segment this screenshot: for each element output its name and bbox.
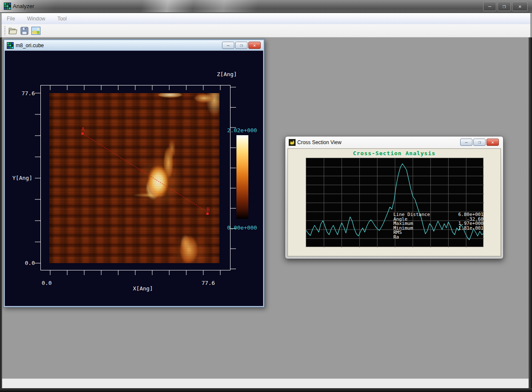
svg-text:A: A — [81, 126, 85, 132]
toolbar-grip[interactable] — [4, 26, 6, 35]
export-image-button[interactable] — [31, 26, 41, 36]
image-window-close-button[interactable]: ✕ — [248, 42, 261, 49]
menubar: File Window Tool — [2, 13, 530, 24]
y-axis-title: Y[Ang] — [12, 175, 32, 181]
toolbar — [2, 24, 530, 37]
window-frame-left — [0, 37, 2, 388]
cross-section-title: Cross Section View — [297, 139, 341, 145]
cross-section-maximize-button[interactable]: ❐ — [473, 139, 486, 146]
menu-file[interactable]: File — [2, 13, 20, 22]
image-window-content: AB 77.6 Y[Ang] 0.0 0.0 77.6 X[Ang] Z[Ang… — [5, 51, 263, 306]
stat-minimum: Minimum 1.81e-001 — [393, 226, 484, 231]
image-window: m8_ori.cube – ❐ ✕ AB 77.6 Y[Ang] 0.0 0.0… — [3, 39, 265, 307]
y-axis-min-label: 0.0 — [17, 260, 35, 266]
x-axis-min-label: 0.0 — [42, 280, 51, 286]
status-bar — [2, 378, 529, 388]
main-close-button[interactable]: ✕ — [512, 2, 528, 11]
app-icon — [4, 3, 11, 10]
cross-section-stats: Line Distance 6.80e+001 Angle -32.60 Max… — [393, 213, 484, 239]
svg-text:B: B — [206, 207, 209, 213]
main-window-title: Analyzer — [13, 3, 34, 9]
x-axis-max-label: 77.6 — [202, 280, 215, 286]
cross-section-icon — [289, 139, 296, 146]
cross-section-plot: Line Distance 6.80e+001 Angle -32.60 Max… — [306, 158, 484, 247]
open-folder-icon — [8, 27, 18, 35]
y-axis-max-label: 77.6 — [17, 90, 35, 97]
marker-b[interactable] — [207, 213, 209, 215]
desktop: Analyzer – ❐ ✕ File Window Tool — [0, 0, 532, 392]
cross-section-content: Cross-Section Analysis Line Distance 6.8… — [287, 148, 501, 256]
image-window-minimize-button[interactable]: – — [222, 42, 234, 49]
save-button[interactable] — [19, 26, 30, 36]
menu-tool[interactable]: Tool — [52, 13, 72, 22]
window-frame-right — [529, 37, 532, 388]
image-window-titlebar[interactable]: m8_ori.cube – ❐ ✕ — [5, 40, 263, 51]
z-axis-title: Z[Ang] — [217, 71, 237, 77]
colorbar-max-label: 2.02e+000 — [227, 127, 257, 134]
stat-rms: RMS — [393, 230, 484, 235]
cross-section-minimize-button[interactable]: – — [460, 139, 472, 146]
cross-section-close-button[interactable]: ✕ — [486, 139, 499, 146]
window-frame-bottom — [0, 388, 532, 392]
axes-overlay: AB — [5, 51, 263, 306]
menu-window[interactable]: Window — [22, 13, 51, 22]
image-window-maximize-button[interactable]: ❐ — [235, 42, 248, 49]
marker-a[interactable] — [82, 133, 84, 135]
save-floppy-icon — [20, 27, 28, 35]
stat-ra: Ra — [393, 235, 484, 240]
cross-section-window: Cross Section View – ❐ ✕ Cross-Section A… — [285, 136, 504, 259]
cube-file-icon — [7, 42, 14, 49]
main-minimize-button[interactable]: – — [483, 2, 496, 11]
main-maximize-button[interactable]: ❐ — [498, 2, 511, 11]
x-axis-title: X[Ang] — [113, 285, 173, 292]
colorbar-min-label: 0.00e+000 — [227, 224, 257, 231]
main-titlebar[interactable]: Analyzer – ❐ ✕ — [0, 0, 532, 13]
image-icon — [31, 27, 40, 35]
cross-section-heading: Cross-Section Analysis — [288, 150, 501, 156]
image-window-title: m8_ori.cube — [16, 43, 44, 48]
open-file-button[interactable] — [8, 26, 18, 36]
cross-section-titlebar[interactable]: Cross Section View – ❐ ✕ — [285, 136, 503, 148]
